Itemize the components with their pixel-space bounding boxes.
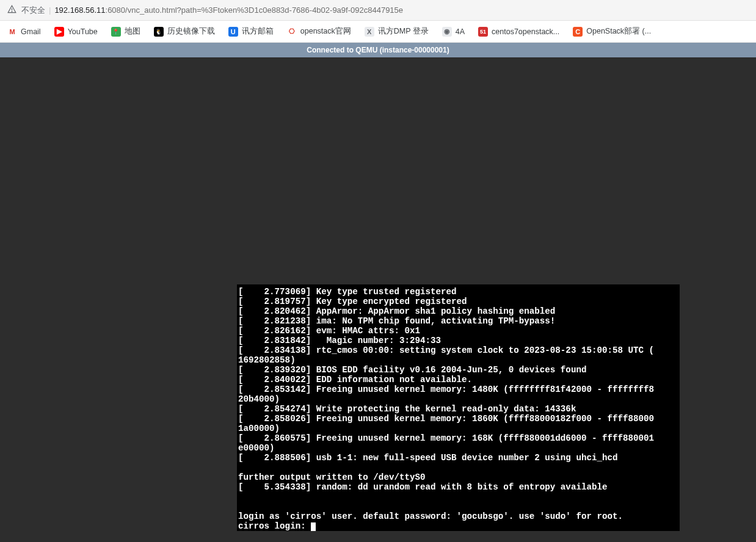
- bookmark-favicon: ◉: [442, 27, 452, 37]
- bookmark-favicon: X: [365, 27, 374, 37]
- bookmark-favicon: C: [573, 27, 583, 37]
- url-text[interactable]: 192.168.56.11:6080/vnc_auto.html?path=%3…: [54, 5, 403, 15]
- bookmark-label: YouTube: [68, 27, 98, 36]
- vnc-status-text: Connected to QEMU (instance-00000001): [307, 46, 449, 54]
- vnc-canvas-area[interactable]: [ 2.773069] Key type trusted registered …: [0, 57, 756, 542]
- bookmark-favicon: 51: [478, 27, 488, 37]
- bookmark-item[interactable]: 🐧历史镜像下载: [149, 24, 220, 39]
- bookmark-item[interactable]: COpenStack部署 (...: [568, 24, 656, 39]
- bookmark-label: 讯方DMP 登录: [378, 26, 429, 37]
- bookmark-item[interactable]: 📍地图: [106, 24, 145, 39]
- bookmark-item[interactable]: U讯方邮箱: [224, 24, 278, 39]
- bookmark-item[interactable]: ▶YouTube: [49, 24, 103, 39]
- svg-point-1: [12, 11, 12, 12]
- bookmark-label: 讯方邮箱: [242, 26, 274, 37]
- bookmark-favicon: ⎔: [287, 27, 297, 37]
- bookmark-favicon: U: [228, 27, 238, 37]
- separator: |: [49, 5, 51, 15]
- bookmark-item[interactable]: MGmail: [2, 24, 46, 39]
- bookmark-label: OpenStack部署 (...: [586, 26, 651, 37]
- bookmark-label: centos7openstack...: [492, 27, 559, 36]
- bookmark-favicon: 🐧: [154, 27, 164, 37]
- bookmark-label: openstack官网: [300, 26, 351, 37]
- security-label: 不安全: [21, 5, 45, 16]
- insecure-icon: [7, 5, 16, 16]
- bookmark-favicon: ▶: [54, 27, 64, 37]
- bookmark-label: 地图: [125, 26, 140, 37]
- bookmark-favicon: M: [7, 27, 17, 37]
- address-bar[interactable]: 不安全 | 192.168.56.11:6080/vnc_auto.html?p…: [0, 0, 756, 21]
- bookmark-label: 4A: [456, 27, 465, 36]
- bookmark-item[interactable]: ⎔openstack官网: [282, 24, 356, 39]
- bookmark-item[interactable]: ◉4A: [437, 24, 470, 39]
- bookmark-label: Gmail: [21, 27, 41, 36]
- terminal-cursor: [311, 522, 316, 531]
- vnc-status-bar: Connected to QEMU (instance-00000001): [0, 43, 756, 57]
- bookmark-favicon: 📍: [111, 27, 121, 37]
- bookmarks-bar: MGmail▶YouTube📍地图🐧历史镜像下载U讯方邮箱⎔openstack官…: [0, 21, 756, 43]
- guest-terminal[interactable]: [ 2.773069] Key type trusted registered …: [237, 284, 680, 531]
- bookmark-item[interactable]: 51centos7openstack...: [473, 24, 564, 39]
- bookmark-item[interactable]: X讯方DMP 登录: [360, 24, 434, 39]
- bookmark-label: 历史镜像下载: [167, 26, 215, 37]
